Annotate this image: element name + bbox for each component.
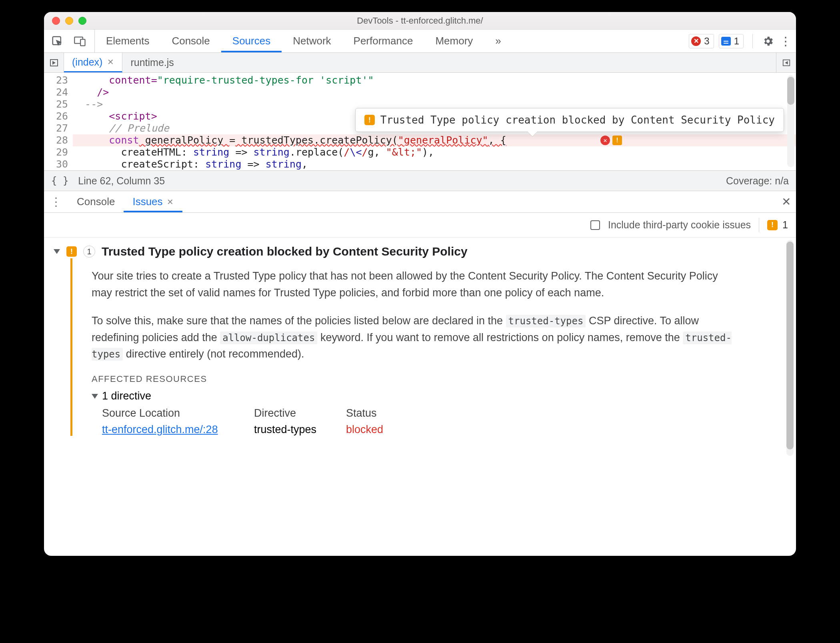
- issues-toolbar: Include third-party cookie issues ! 1: [44, 213, 796, 238]
- directive-value: trusted-types: [254, 423, 346, 436]
- third-party-label: Include third-party cookie issues: [608, 219, 751, 231]
- settings-gear-icon[interactable]: [762, 35, 774, 48]
- file-tab-label: (index): [72, 56, 102, 68]
- file-tab-runtime[interactable]: runtime.js: [122, 53, 182, 72]
- tab-elements[interactable]: Elements: [95, 30, 160, 52]
- close-icon[interactable]: ✕: [167, 197, 174, 207]
- affected-resources-heading: AFFECTED RESOURCES: [92, 374, 784, 384]
- warning-icon: !: [612, 136, 622, 145]
- drawer-tab-label: Console: [77, 196, 115, 208]
- main-toolbar: Elements Console Sources Network Perform…: [44, 30, 796, 53]
- panel-tabs: Elements Console Sources Network Perform…: [95, 30, 512, 52]
- titlebar: DevTools - tt-enforced.glitch.me/: [44, 12, 796, 30]
- issue-title: Trusted Type policy creation blocked by …: [102, 245, 468, 258]
- file-tab-strip: (index) ✕ runtime.js: [44, 53, 796, 73]
- tab-more[interactable]: »: [484, 30, 512, 52]
- kebab-menu-icon[interactable]: ⋮: [779, 35, 792, 48]
- error-icon: ✕: [600, 136, 610, 145]
- warning-tooltip: ! Trusted Type policy creation blocked b…: [355, 108, 784, 132]
- file-tab-index[interactable]: (index) ✕: [64, 53, 122, 72]
- show-navigator-icon[interactable]: [776, 53, 796, 72]
- devtools-window: DevTools - tt-enforced.glitch.me/ Elemen…: [44, 12, 796, 556]
- coverage-status: Coverage: n/a: [726, 175, 789, 187]
- message-count-badge[interactable]: 1: [719, 34, 744, 48]
- chevron-down-icon: [54, 249, 60, 254]
- drawer-close-icon[interactable]: ✕: [776, 191, 796, 212]
- message-count: 1: [734, 36, 739, 47]
- tab-console[interactable]: Console: [160, 30, 221, 52]
- code-editor[interactable]: 232425 262728 2930 content="require-trus…: [44, 73, 796, 170]
- tab-sources[interactable]: Sources: [221, 30, 282, 52]
- warning-icon: !: [364, 115, 375, 125]
- pretty-print-icon[interactable]: { }: [51, 175, 68, 186]
- error-count-badge[interactable]: ✕ 3: [689, 34, 714, 48]
- divider: [752, 34, 753, 48]
- warning-count-badge[interactable]: ! 1: [767, 219, 788, 231]
- cursor-position: Line 62, Column 35: [78, 175, 165, 187]
- window-title: DevTools - tt-enforced.glitch.me/: [44, 16, 796, 26]
- drawer-tab-console[interactable]: Console: [68, 191, 124, 212]
- issue-description: Your site tries to create a Trusted Type…: [92, 268, 732, 363]
- message-icon: [721, 37, 731, 46]
- warning-count: 1: [782, 219, 788, 231]
- directive-count-label: 1 directive: [102, 390, 151, 402]
- source-location-link[interactable]: tt-enforced.glitch.me/:28: [102, 423, 254, 436]
- svg-rect-2: [80, 39, 85, 46]
- error-count: 3: [704, 36, 709, 47]
- affected-table: Source Location Directive Status tt-enfo…: [102, 407, 784, 436]
- status-value: blocked: [346, 423, 426, 436]
- col-directive: Directive: [254, 407, 346, 419]
- drawer-tab-label: Issues: [132, 196, 162, 208]
- chevron-down-icon: [92, 394, 98, 399]
- drawer-tab-strip: ⋮ Console Issues ✕ ✕: [44, 191, 796, 213]
- drawer-tab-issues[interactable]: Issues ✕: [124, 191, 182, 212]
- inspect-icon[interactable]: [51, 35, 63, 47]
- third-party-checkbox[interactable]: [590, 220, 600, 230]
- issues-panel: ! 1 Trusted Type policy creation blocked…: [44, 238, 796, 516]
- drawer-kebab-icon[interactable]: ⋮: [48, 191, 64, 212]
- inline-error-icons[interactable]: ✕ !: [600, 136, 622, 145]
- issue-header[interactable]: ! 1 Trusted Type policy creation blocked…: [54, 245, 784, 258]
- file-tab-label: runtime.js: [130, 57, 174, 68]
- close-icon[interactable]: ✕: [107, 57, 114, 67]
- divider: [759, 218, 759, 232]
- warning-icon: !: [66, 246, 77, 257]
- tab-performance[interactable]: Performance: [342, 30, 424, 52]
- tooltip-text: Trusted Type policy creation blocked by …: [380, 114, 775, 126]
- issue-count-pill: 1: [83, 246, 95, 258]
- directive-row[interactable]: 1 directive: [92, 390, 784, 402]
- navigator-toggle-icon[interactable]: [44, 53, 64, 72]
- device-toggle-icon[interactable]: [74, 35, 86, 47]
- line-gutter: 232425 262728 2930: [44, 73, 73, 170]
- warning-icon: !: [767, 220, 778, 230]
- col-source-location: Source Location: [102, 407, 254, 419]
- error-icon: ✕: [691, 36, 701, 46]
- col-status: Status: [346, 407, 426, 419]
- tab-memory[interactable]: Memory: [424, 30, 484, 52]
- tab-network[interactable]: Network: [282, 30, 342, 52]
- code-scrollbar[interactable]: [787, 75, 794, 167]
- editor-statusbar: { } Line 62, Column 35 Coverage: n/a: [44, 170, 796, 191]
- issues-scrollbar[interactable]: [786, 240, 794, 456]
